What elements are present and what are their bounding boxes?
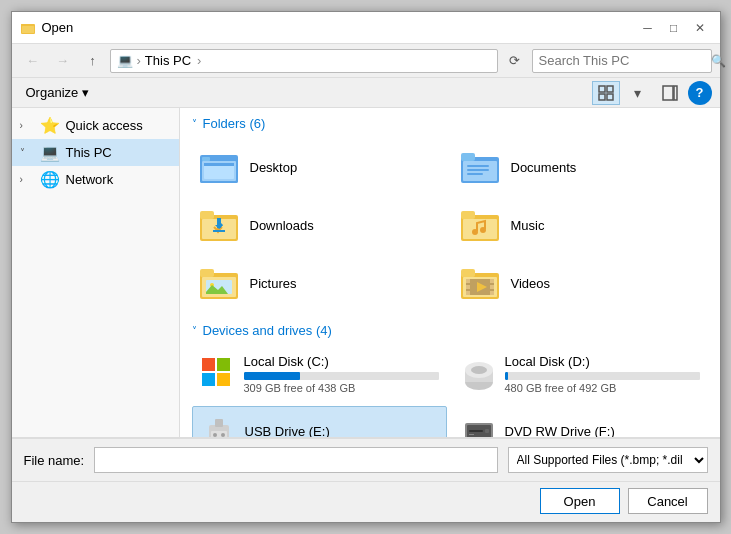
svg-rect-11	[202, 157, 210, 161]
close-button[interactable]: ✕	[688, 18, 712, 38]
folder-item-downloads[interactable]: Downloads	[192, 199, 447, 251]
svg-point-31	[472, 229, 478, 235]
folder-item-videos[interactable]: Videos	[453, 257, 708, 309]
svg-point-32	[480, 227, 486, 233]
svg-rect-7	[663, 86, 673, 100]
dialog-title: Open	[42, 20, 74, 35]
folder-item-music[interactable]: Music	[453, 199, 708, 251]
svg-rect-1	[21, 24, 27, 26]
search-input[interactable]	[539, 53, 707, 68]
maximize-button[interactable]: □	[662, 18, 686, 38]
breadcrumb-separator: ›	[137, 53, 141, 68]
c-drive-name: Local Disk (C:)	[244, 354, 439, 369]
svg-rect-58	[215, 419, 223, 427]
drive-item-c[interactable]: Local Disk (C:) 309 GB free of 438 GB	[192, 348, 447, 400]
svg-rect-2	[22, 26, 34, 33]
folder-item-pictures[interactable]: Pictures	[192, 257, 447, 309]
view-controls: ▾ ?	[592, 81, 712, 105]
folders-title: Folders (6)	[203, 116, 266, 131]
svg-rect-5	[599, 94, 605, 100]
downloads-label: Downloads	[250, 218, 314, 233]
breadcrumb-bar[interactable]: 💻 › This PC ›	[110, 49, 498, 73]
cancel-button[interactable]: Cancel	[628, 488, 708, 514]
svg-rect-66	[469, 434, 474, 435]
refresh-button[interactable]: ⟳	[502, 49, 528, 73]
drive-item-d[interactable]: Local Disk (D:) 480 GB free of 492 GB	[453, 348, 708, 400]
desktop-label: Desktop	[250, 160, 298, 175]
grid-view-icon	[598, 85, 614, 101]
folder-item-documents[interactable]: Documents	[453, 141, 708, 193]
network-label: Network	[66, 172, 114, 187]
c-drive-icon	[200, 356, 236, 392]
filename-input[interactable]	[94, 447, 497, 473]
search-bar: 🔍	[532, 49, 712, 73]
bottom-section: File name: All Supported Files (*.bmp; *…	[12, 437, 720, 522]
content-area: ˅ Folders (6)	[180, 108, 720, 437]
f-drive-name: DVD RW Drive (F:)	[505, 424, 700, 438]
quick-access-label: Quick access	[66, 118, 143, 133]
minimize-button[interactable]: ─	[636, 18, 660, 38]
list-view-dropdown-button[interactable]: ▾	[624, 81, 652, 105]
folder-item-desktop[interactable]: Desktop	[192, 141, 447, 193]
sidebar-item-quick-access[interactable]: › ⭐ Quick access	[12, 112, 179, 139]
c-drive-progress-bar	[244, 372, 439, 380]
drive-item-f[interactable]: DVD RW Drive (F:)	[453, 406, 708, 437]
help-button[interactable]: ?	[688, 81, 712, 105]
organize-label: Organize	[26, 85, 79, 100]
filename-label: File name:	[24, 453, 85, 468]
c-drive-space: 309 GB free of 438 GB	[244, 382, 439, 394]
up-button[interactable]: ↑	[80, 49, 106, 73]
organize-button[interactable]: Organize ▾	[20, 83, 96, 102]
main-area: › ⭐ Quick access ˅ 💻 This PC › 🌐 Network…	[12, 108, 720, 437]
this-pc-icon: 💻	[40, 143, 60, 162]
action-buttons: Open Cancel	[12, 481, 720, 522]
sidebar-item-this-pc[interactable]: ˅ 💻 This PC	[12, 139, 179, 166]
this-pc-expander: ˅	[20, 147, 34, 158]
drives-collapse-icon[interactable]: ˅	[192, 325, 197, 336]
c-drive-info: Local Disk (C:) 309 GB free of 438 GB	[244, 354, 439, 394]
svg-rect-19	[467, 169, 489, 171]
svg-rect-49	[202, 358, 215, 371]
folders-collapse-icon[interactable]: ˅	[192, 118, 197, 129]
sidebar-item-network[interactable]: › 🌐 Network	[12, 166, 179, 193]
svg-rect-64	[469, 430, 483, 432]
e-drive-name: USB Drive (E:)	[245, 424, 438, 438]
documents-folder-icon	[461, 147, 501, 187]
bottom-bar: File name: All Supported Files (*.bmp; *…	[12, 438, 720, 481]
d-drive-info: Local Disk (D:) 480 GB free of 492 GB	[505, 354, 700, 394]
svg-rect-46	[490, 285, 494, 289]
svg-rect-45	[490, 279, 494, 283]
svg-rect-16	[461, 153, 475, 161]
quick-access-expander: ›	[20, 120, 34, 131]
svg-rect-34	[200, 269, 214, 277]
preview-icon	[662, 85, 678, 101]
open-dialog: Open ─ □ ✕ ← → ↑ 💻 › This PC › ⟳ 🔍 Organ…	[11, 11, 721, 523]
d-drive-name: Local Disk (D:)	[505, 354, 700, 369]
desktop-folder-icon	[200, 147, 240, 187]
music-folder-icon	[461, 205, 501, 245]
preview-button[interactable]	[656, 81, 684, 105]
e-drive-icon	[201, 413, 237, 437]
svg-rect-52	[217, 373, 230, 386]
grid-view-button[interactable]	[592, 81, 620, 105]
svg-rect-47	[490, 291, 494, 295]
quick-access-icon: ⭐	[40, 116, 60, 135]
breadcrumb-path: This PC	[145, 53, 191, 68]
drive-item-e[interactable]: USB Drive (E:)	[192, 406, 447, 437]
svg-rect-4	[607, 86, 613, 92]
filetype-select[interactable]: All Supported Files (*.bmp; *.dil All Fi…	[508, 447, 708, 473]
svg-rect-22	[200, 211, 214, 219]
documents-label: Documents	[511, 160, 577, 175]
d-drive-space: 480 GB free of 492 GB	[505, 382, 700, 394]
forward-button[interactable]: →	[50, 49, 76, 73]
svg-rect-8	[674, 86, 677, 100]
pictures-label: Pictures	[250, 276, 297, 291]
open-button[interactable]: Open	[540, 488, 620, 514]
folders-grid: Desktop Documents	[192, 141, 708, 309]
music-label: Music	[511, 218, 545, 233]
back-button[interactable]: ←	[20, 49, 46, 73]
svg-point-56	[471, 366, 487, 374]
organize-arrow: ▾	[82, 85, 89, 100]
navigation-toolbar: ← → ↑ 💻 › This PC › ⟳ 🔍	[12, 44, 720, 78]
svg-rect-6	[607, 94, 613, 100]
